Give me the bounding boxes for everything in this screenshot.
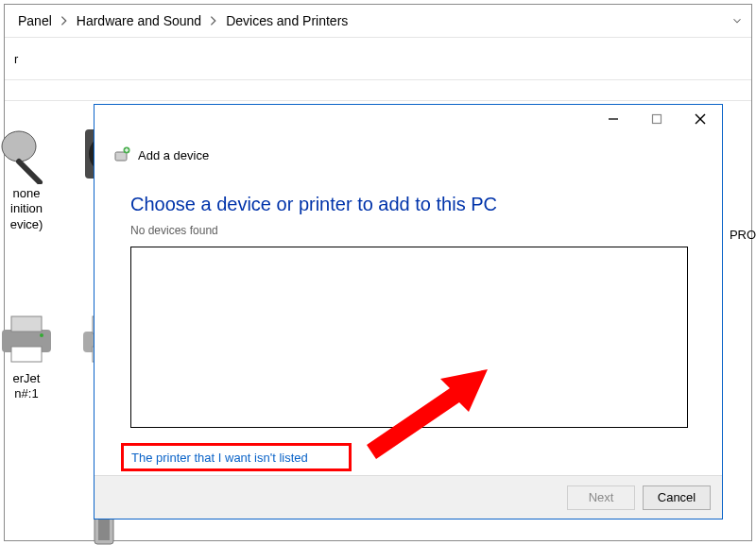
svg-point-8 — [40, 333, 43, 337]
breadcrumb-dropdown-icon[interactable] — [730, 14, 744, 27]
printer-icon — [0, 309, 57, 369]
dialog-heading: Choose a device or printer to add to thi… — [130, 194, 497, 215]
microphone-icon — [0, 124, 57, 184]
maximize-button[interactable] — [635, 105, 679, 133]
svg-rect-6 — [11, 316, 42, 332]
toolbar-truncated-label: r — [14, 52, 18, 66]
device-label: none inition evice) — [0, 186, 67, 232]
device-item-microphone[interactable]: none inition evice) — [0, 124, 67, 232]
next-button: Next — [567, 485, 635, 510]
breadcrumb-seg-panel[interactable]: Panel — [14, 13, 56, 28]
divider — [5, 79, 751, 80]
device-label: erJet n#:1 — [0, 371, 67, 402]
add-device-dialog: Add a device Choose a device or printer … — [94, 104, 723, 519]
minimize-button[interactable] — [592, 105, 635, 133]
breadcrumb[interactable]: Panel Hardware and Sound Devices and Pri… — [5, 5, 751, 37]
cancel-button[interactable]: Cancel — [643, 485, 711, 510]
add-device-icon — [113, 146, 130, 163]
divider — [5, 100, 751, 101]
device-item-printer[interactable]: erJet n#:1 — [0, 309, 67, 402]
device-listbox[interactable] — [130, 247, 688, 428]
close-button[interactable] — [679, 105, 722, 133]
chevron-right-icon — [207, 14, 220, 27]
svg-rect-7 — [11, 347, 42, 362]
toolbar: r — [5, 38, 751, 79]
dialog-title-row: Add a device — [113, 146, 209, 163]
svg-rect-15 — [653, 115, 662, 124]
svg-point-0 — [2, 131, 36, 162]
breadcrumb-seg-hardware[interactable]: Hardware and Sound — [73, 13, 205, 28]
dialog-titlebar — [94, 105, 722, 137]
dialog-title: Add a device — [138, 148, 209, 162]
dialog-footer: Next Cancel — [94, 475, 722, 519]
chevron-right-icon — [58, 14, 71, 27]
printer-not-listed-highlight: The printer that I want isn't listed — [121, 443, 352, 471]
svg-rect-18 — [115, 152, 127, 161]
dialog-subtext: No devices found — [130, 224, 218, 237]
printer-not-listed-link[interactable]: The printer that I want isn't listed — [131, 451, 308, 465]
breadcrumb-seg-devices[interactable]: Devices and Printers — [222, 13, 352, 28]
